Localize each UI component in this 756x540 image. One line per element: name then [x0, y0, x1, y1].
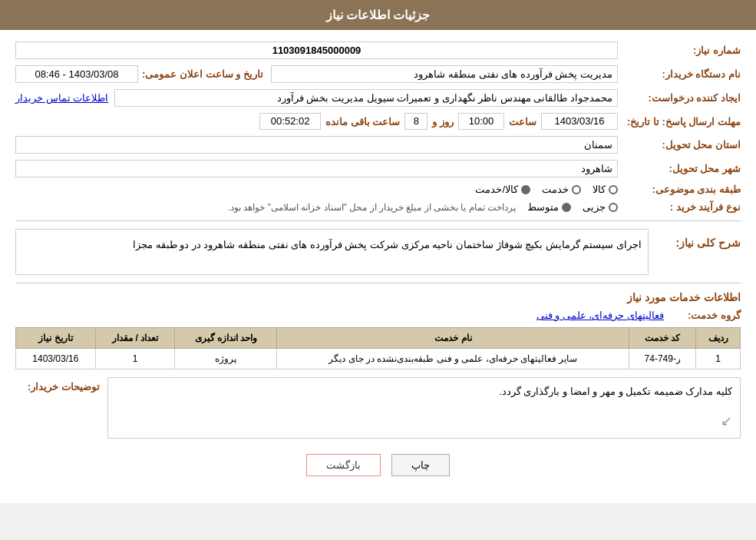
dastgah-value: مدیریت پخش فرآورده های نفتی منطقه شاهرود: [271, 65, 618, 83]
tabaqe-row: طبقه بندی موضوعی: کالا خدمت کالا/خدمت: [15, 184, 741, 195]
tabaqe-khedmat: خدمت: [542, 184, 581, 195]
cell-naam: سایر فعالیتهای حرفه‌ای، علمی و فنی طبقه‌…: [277, 349, 629, 369]
table-header-row: ردیف کد خدمت نام خدمت واحد اندازه گیری ت…: [16, 328, 741, 349]
faraaind-motavas: متوسط: [527, 201, 571, 213]
shomara-row: شماره نیاز: 1103091845000009: [15, 41, 741, 59]
cell-tedaad: 1: [95, 349, 175, 369]
page-wrapper: جزئیات اطلاعات نیاز شماره نیاز: 11030918…: [0, 0, 756, 503]
saat-label: ساعت: [509, 116, 536, 128]
tabaqe-kala-khedmat-label: کالا/خدمت: [475, 184, 518, 195]
tarikh-elan-section: تاریخ و ساعت اعلان عمومی: 1403/03/08 - 0…: [15, 65, 263, 83]
col-tedaad: تعداد / مقدار: [95, 328, 175, 349]
divider-1: [15, 220, 741, 221]
radio-kala-icon: [609, 185, 618, 194]
main-container: شماره نیاز: 1103091845000009 نام دستگاه …: [15, 41, 741, 476]
ostan-value: سمنان: [15, 136, 618, 154]
sharh-label: شرح کلی نیاز:: [649, 237, 741, 249]
tabaqe-label: طبقه بندی موضوعی:: [618, 184, 741, 195]
divider-2: [15, 283, 741, 283]
col-naam: نام خدمت: [277, 328, 629, 349]
tarikh-elan-value: 1403/03/08 - 08:46: [15, 65, 138, 83]
mohlet-fields: 1403/03/16 ساعت 10:00 روز و 8 ساعت باقی …: [259, 113, 618, 130]
shahr-row: شهر محل تحویل: شاهرود: [15, 160, 741, 177]
baaghi-label: ساعت باقی مانده: [325, 116, 400, 128]
tarikh-value: 1403/03/16: [541, 113, 618, 130]
faraaind-motavas-label: متوسط: [527, 201, 559, 213]
ijaad-link[interactable]: اطلاعات تماس خریدار: [15, 92, 108, 104]
tabaqe-kala-khedmat: کالا/خدمت: [475, 184, 530, 195]
ijaad-section: محمدجواد طالقانی مهندس ناظر نگهداری و تع…: [15, 89, 618, 107]
tabaqe-options: کالا خدمت کالا/خدمت: [475, 184, 618, 195]
buyer-notes-label: توضیحات خریدار:: [15, 377, 100, 393]
ostan-label: استان محل تحویل:: [618, 139, 741, 151]
group-value[interactable]: فعالیتهای حرفه‌ای، علمی و فنی: [536, 310, 664, 321]
tarikh-dastgah-row: نام دستگاه خریدار: مدیریت پخش فرآورده ها…: [15, 65, 741, 83]
faraaind-jozi: جزیی: [583, 201, 618, 213]
cell-tarikh: 1403/03/16: [16, 349, 96, 369]
khadamat-title: اطلاعات خدمات مورد نیاز: [15, 291, 741, 303]
sharh-value: اجرای سیستم گرمایش بکیچ شوفاژ ساختمان نا…: [15, 229, 649, 275]
page-header: جزئیات اطلاعات نیاز: [0, 0, 756, 30]
group-row: گروه خدمت: فعالیتهای حرفه‌ای، علمی و فنی: [15, 310, 741, 321]
cell-radif: 1: [696, 349, 741, 369]
shomara-label: شماره نیاز:: [618, 45, 741, 56]
tabaqe-kala-label: کالا: [593, 184, 606, 195]
faraaind-label: نوع فرآیند خرید :: [618, 201, 741, 213]
radio-motavas-icon: [562, 203, 571, 212]
dastgah-label: نام دستگاه خریدار:: [618, 68, 741, 80]
ijaad-row: ایجاد کننده درخواست: محمدجواد طالقانی مه…: [15, 89, 741, 107]
mohlet-row: مهلت ارسال پاسخ: تا تاریخ: 1403/03/16 سا…: [15, 113, 741, 130]
saat-value: 10:00: [458, 113, 504, 130]
print-button[interactable]: چاپ: [391, 454, 450, 476]
baaghi-value: 00:52:02: [259, 113, 321, 130]
table-row: 1 ر-749-74 سایر فعالیتهای حرفه‌ای، علمی …: [16, 349, 741, 369]
col-tarikh: تاریخ نیاز: [16, 328, 96, 349]
ijaad-value: محمدجواد طالقانی مهندس ناظر نگهداری و تع…: [114, 89, 618, 107]
col-kod: کد خدمت: [629, 328, 696, 349]
rooz-label: روز و: [432, 116, 454, 128]
shahr-label: شهر محل تحویل:: [618, 163, 741, 174]
buttons-row: چاپ بازگشت: [15, 454, 741, 476]
col-radif: ردیف: [696, 328, 741, 349]
radio-khedmat-icon: [572, 185, 581, 194]
back-button[interactable]: بازگشت: [306, 454, 381, 476]
faraaind-note: پرداخت تمام یا بخشی از مبلغ خریدار از مح…: [228, 202, 516, 213]
tabaqe-khedmat-label: خدمت: [542, 184, 569, 195]
radio-jozi-icon: [609, 203, 618, 212]
mohlet-label: مهلت ارسال پاسخ: تا تاریخ:: [618, 116, 741, 128]
dastgah-section: نام دستگاه خریدار: مدیریت پخش فرآورده ها…: [271, 65, 741, 83]
faraaind-jozi-label: جزیی: [583, 201, 606, 213]
page-title: جزئیات اطلاعات نیاز: [326, 8, 431, 22]
faraaind-row: نوع فرآیند خرید : جزیی متوسط پرداخت تمام…: [15, 201, 741, 213]
radio-kala-khedmat-icon: [521, 185, 530, 194]
cell-kod: ر-749-74: [629, 349, 696, 369]
buyer-notes-row: کلیه مدارک ضمیمه تکمیل و مهر و امضا و با…: [15, 377, 741, 439]
services-table: ردیف کد خدمت نام خدمت واحد اندازه گیری ت…: [15, 327, 741, 369]
tabaqe-kala: کالا: [593, 184, 618, 195]
shahr-value: شاهرود: [15, 160, 618, 177]
ijaad-label: ایجاد کننده درخواست:: [618, 92, 741, 104]
cell-vahed: پروژه: [175, 349, 277, 369]
rooz-value: 8: [404, 113, 428, 130]
faraaind-section: جزیی متوسط پرداخت تمام یا بخشی از مبلغ خ…: [15, 201, 618, 213]
group-label: گروه خدمت:: [664, 310, 741, 321]
sharh-row: شرح کلی نیاز: اجرای سیستم گرمایش بکیچ شو…: [15, 229, 741, 275]
buyer-notes-textarea: کلیه مدارک ضمیمه تکمیل و مهر و امضا و با…: [107, 377, 741, 439]
shomara-value: 1103091845000009: [15, 41, 618, 59]
col-vahed: واحد اندازه گیری: [175, 328, 277, 349]
ostan-row: استان محل تحویل: سمنان: [15, 136, 741, 154]
tarikh-elan-label: تاریخ و ساعت اعلان عمومی:: [142, 68, 263, 80]
faraaind-options: جزیی متوسط: [527, 201, 618, 213]
content-area: شماره نیاز: 1103091845000009 نام دستگاه …: [0, 30, 756, 503]
